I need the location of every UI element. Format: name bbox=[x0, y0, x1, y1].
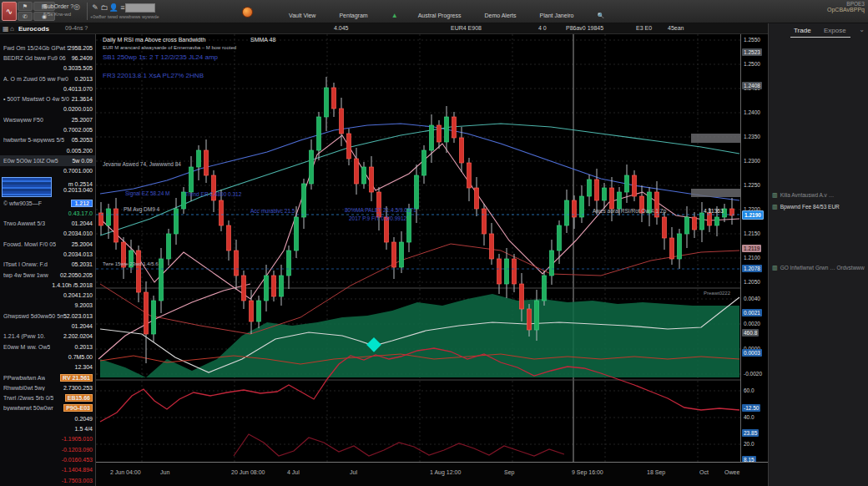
quote-item-2[interactable]: 4 0 bbox=[538, 25, 547, 31]
toolbar-divider bbox=[87, 3, 88, 20]
market-watch-row[interactable]: Trwo Awwwt 5/301.2044 bbox=[0, 218, 95, 228]
panel-list-item-1[interactable]: ▥Bpwwnd Fee 84/53 EUR bbox=[772, 201, 865, 212]
market-watch-row[interactable]: Foowd. Mowl F/0 0525.2004 bbox=[0, 239, 95, 249]
eye-icon[interactable]: ◎ bbox=[73, 3, 80, 11]
instrument-label: Trwrl /2wws 5rb 0/5 bbox=[3, 395, 53, 401]
instrument-icon: ▥ bbox=[772, 265, 778, 271]
menu-item-austral-progress[interactable]: Austral Progress bbox=[418, 13, 462, 18]
quote-item-3[interactable]: P86av0 19845 bbox=[566, 25, 603, 31]
market-watch-row[interactable]: twp 4w 5ww 1ww02.2050.205 bbox=[0, 270, 95, 280]
phone-icon[interactable]: ✆ bbox=[18, 12, 33, 21]
menu-item-pentagram[interactable]: Pentagram bbox=[339, 13, 367, 18]
candle-down bbox=[610, 188, 614, 209]
market-watch-row[interactable]: 0.2041.210 bbox=[0, 291, 95, 301]
market-watch-row[interactable]: Trwrl /2wws 5rb 0/5EB15.66 bbox=[0, 393, 95, 403]
chart-active-icon[interactable]: ∿ bbox=[2, 2, 17, 21]
price-tick: 0.0040 bbox=[744, 296, 760, 301]
chart-canvas[interactable] bbox=[96, 34, 740, 486]
instrument-label: bywwtwrwt 50w0wr bbox=[3, 405, 53, 411]
price-axis: 1.25501.25001.24501.24001.23501.23001.22… bbox=[740, 34, 768, 462]
market-watch-row[interactable]: 9.2003 bbox=[0, 301, 95, 311]
quote-item-1[interactable]: EUR4 E908 bbox=[451, 25, 482, 31]
market-watch-row[interactable]: E0w 5O0w 10lZ Ow55w 0.09 bbox=[0, 155, 95, 165]
market-watch-row[interactable]: -1.1404.894 bbox=[0, 465, 95, 475]
market-watch-row[interactable]: 1.21.4 (Pww 10.2.202.0204 bbox=[0, 332, 95, 342]
market-watch-row[interactable]: 12.304 bbox=[0, 362, 95, 372]
market-watch-row[interactable]: • 500T Mswtswt O 4w 5/021.3614 bbox=[0, 94, 95, 104]
candle-up bbox=[603, 188, 607, 200]
quote-item-4[interactable]: E3 E0 bbox=[636, 25, 652, 31]
market-watch-row[interactable]: Wwswyww F5025.2007 bbox=[0, 114, 95, 124]
candle-down bbox=[460, 138, 464, 163]
quote-item-5[interactable]: 45ean bbox=[668, 25, 684, 31]
market-watch-row[interactable]: 0.2034.013 bbox=[0, 249, 95, 259]
market-watch-row[interactable]: Ghwpswd 5d0ww50 5m52.023.013 bbox=[0, 311, 95, 321]
order-level-bar[interactable] bbox=[691, 134, 740, 143]
market-watch-row[interactable]: BEDRZ Gd bww Fu9 0696.2409 bbox=[0, 53, 95, 63]
market-watch-row[interactable]: -0.1203.090 bbox=[0, 444, 95, 454]
order-level-bar[interactable] bbox=[691, 189, 740, 197]
time-tick-label: 4 Jul bbox=[287, 469, 300, 475]
market-watch-row[interactable]: hwbwrtw 5-wpywws 5/505.2053 bbox=[0, 135, 95, 145]
market-watch-row[interactable]: 0.7002.005 bbox=[0, 124, 95, 134]
candle-up bbox=[400, 242, 404, 267]
quote-item-0[interactable]: 4.045 bbox=[334, 25, 349, 31]
chart-area[interactable]: 1.25501.25001.24501.24001.23501.23001.22… bbox=[96, 34, 768, 486]
chevron-down-icon[interactable]: ⌄ bbox=[859, 26, 865, 33]
market-watch-row[interactable]: 0.43.17.0 bbox=[0, 208, 95, 218]
flag-icon[interactable]: ⚑ bbox=[18, 2, 33, 11]
market-watch-row[interactable]: PPwwbwtwn AwRV 21.561 bbox=[0, 372, 95, 382]
order-mode-control[interactable]: SubOrder ? 5/5s Krw-wd bbox=[43, 2, 87, 21]
market-watch-row[interactable]: A. O m Zuwd 05 ww Fw00.2013 bbox=[0, 73, 95, 84]
market-watch-row[interactable]: 0.005.200 bbox=[0, 145, 95, 155]
home-icon[interactable]: ⌂ bbox=[10, 25, 14, 33]
price-tick: 40.0 bbox=[744, 414, 754, 420]
market-watch-row[interactable]: Rhwwbl0wt 5wy2.7300.253 bbox=[0, 382, 95, 392]
candle-up bbox=[107, 209, 111, 225]
market-watch-row[interactable]: 1.4.10h /5.2018 bbox=[0, 280, 95, 290]
grid-icon[interactable]: ▦ bbox=[3, 25, 9, 33]
symbol-search-input[interactable] bbox=[125, 3, 155, 13]
chart-annotation-13: 4.31363 bbox=[704, 208, 724, 214]
menu-item-vault-view[interactable]: Vault View bbox=[289, 13, 315, 18]
instrument-value: -1.1404.894 bbox=[62, 467, 93, 473]
app-logo-icon[interactable] bbox=[242, 7, 253, 18]
market-watch-row[interactable]: 01.2044 bbox=[0, 321, 95, 331]
candle-down bbox=[633, 175, 637, 196]
market-watch-row[interactable]: -1.7503.003 bbox=[0, 475, 95, 485]
active-symbol-label[interactable]: Eurocods bbox=[18, 25, 49, 33]
market-watch-row[interactable]: 0.7M5.00 bbox=[0, 352, 95, 362]
panel-list-item-2[interactable]: ▥GO Infwtlwrwt Grwn … Ordvstwww bbox=[772, 262, 865, 273]
chart-thumbnail-row[interactable]: m 0.25140.2013.040 bbox=[0, 176, 95, 198]
price-tick: 1.2550 bbox=[744, 37, 760, 43]
market-watch-row[interactable]: E0ww M ww. Ow50.2013 bbox=[0, 342, 95, 352]
account-line2: OpCBAvBPPq bbox=[827, 7, 865, 13]
candle-up bbox=[197, 150, 201, 167]
market-watch-row[interactable]: 0.0200.010 bbox=[0, 104, 95, 114]
instrument-value: 0.4013.070 bbox=[63, 86, 93, 92]
search-icon[interactable]: 🔍 bbox=[597, 13, 604, 19]
panel-list-item-0[interactable]: ▥Kilia Avntauswd A.v … bbox=[772, 190, 865, 200]
market-watch-row[interactable]: 0.7001.000 bbox=[0, 166, 95, 176]
market-watch-row[interactable]: 0.3035.505 bbox=[0, 63, 95, 73]
market-watch-row[interactable]: 1.5 4/4 bbox=[0, 423, 95, 433]
market-watch-row[interactable]: 0.2034.010 bbox=[0, 229, 95, 239]
market-watch-row[interactable]: -1.1905.010 bbox=[0, 434, 95, 444]
market-watch-row[interactable]: ITswt I Orww: F.d05.2031 bbox=[0, 260, 95, 270]
market-watch-row[interactable]: 0.2049 bbox=[0, 413, 95, 423]
sort-control[interactable]: 09-4ns ? bbox=[65, 25, 88, 31]
market-watch-row[interactable]: bywwtwrwt 50w0wrP9G-E03 bbox=[0, 403, 95, 413]
candle-down bbox=[392, 242, 396, 267]
instrument-value: 0.005.200 bbox=[67, 148, 93, 154]
menu-item-demo-alerts[interactable]: Demo Alerts bbox=[484, 13, 516, 18]
chart-thumbnail[interactable] bbox=[2, 177, 52, 197]
tab-expose[interactable]: Expose bbox=[824, 27, 846, 34]
market-watch-row[interactable]: © wfw9035—F1.212 bbox=[0, 198, 95, 208]
tab-trade[interactable]: Trade bbox=[794, 27, 811, 34]
candle-down bbox=[693, 217, 697, 230]
menu-item-plant-janeiro[interactable]: Plant Janeiro bbox=[540, 13, 574, 18]
market-watch-row[interactable]: Fwd Om 15/24Gb GPwt 5m 102958.205 bbox=[0, 43, 95, 53]
market-watch-row[interactable]: -0.0160.453 bbox=[0, 454, 95, 464]
candle-down bbox=[452, 117, 457, 138]
market-watch-row[interactable]: 0.4013.070 bbox=[0, 84, 95, 94]
